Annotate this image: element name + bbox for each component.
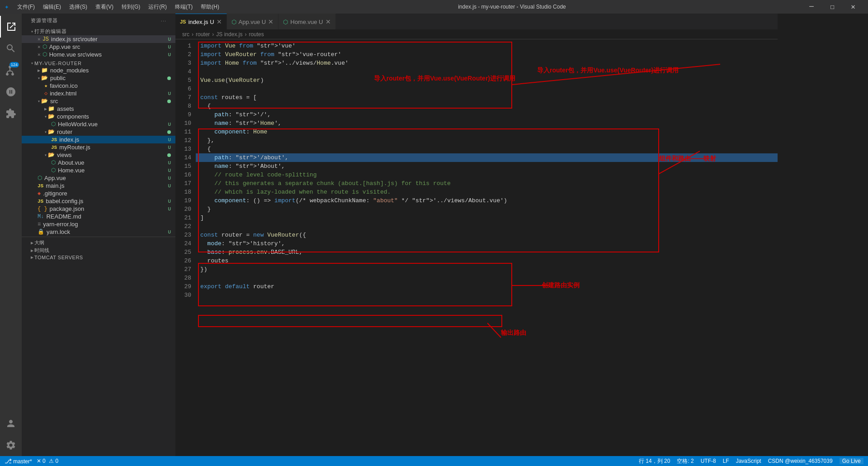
activity-bottom <box>0 413 22 456</box>
tab-close-appvue[interactable]: ✕ <box>268 18 274 25</box>
node-modules-chevron: ▶ <box>38 68 40 73</box>
menu-edit[interactable]: 编辑(E) <box>39 2 65 12</box>
yarnlock-label: yarn.lock <box>47 228 70 235</box>
sidebar-item-packagejson[interactable]: { } package.json U <box>22 205 175 213</box>
menu-goto[interactable]: 转到(G) <box>118 2 144 12</box>
node-modules-label: node_modules <box>50 67 89 74</box>
menu-file[interactable]: 文件(F) <box>14 2 38 12</box>
encoding-item[interactable]: UTF-8 <box>701 458 716 464</box>
tomcat-section[interactable]: ▶ TOMCAT SERVERS <box>22 254 175 261</box>
breadcrumb-file[interactable]: JS index.js <box>216 31 242 38</box>
sidebar-item-yarnlock[interactable]: 🔒 yarn.lock U <box>22 228 175 236</box>
sidebar-item-yarn-error[interactable]: ≡ yarn-error.log <box>22 220 175 228</box>
close-editor-icon3[interactable]: ✕ <box>38 52 41 57</box>
folder-icon-src: 📂 <box>41 98 48 105</box>
status-right: 行 14，列 20 空格: 2 UTF-8 LF JavaScript CSDN… <box>639 457 863 465</box>
project-root[interactable]: ▾ MY-VUE-ROUTER <box>22 60 175 67</box>
sidebar-item-gitignore[interactable]: ◈ .gitignore <box>22 190 175 197</box>
appvue-modified: U <box>168 176 171 181</box>
errors-item[interactable]: ✕ 0 ⚠ 0 <box>37 458 58 464</box>
sidebar-item-myrouter[interactable]: JS myRouter.js U <box>22 143 175 151</box>
tab-close-homevue[interactable]: ✕ <box>326 18 331 25</box>
sidebar-item-public[interactable]: ▾ 📂 public <box>22 74 175 82</box>
sidebar-item-components[interactable]: ▾ 📂 components <box>22 113 175 120</box>
sidebar-item-readme[interactable]: M↓ README.md <box>22 213 175 220</box>
sidebar-item-assets[interactable]: ▶ 📁 assets <box>22 105 175 113</box>
sidebar-item-node-modules[interactable]: ▶ 📁 node_modules <box>22 67 175 74</box>
file-icon-vue2: ⬡ <box>42 51 47 58</box>
sidebar-item-appvue[interactable]: ⬡ App.vue U <box>22 174 175 182</box>
tab-indexjs[interactable]: JS index.js U ✕ <box>175 14 227 29</box>
sidebar-item-indexjs[interactable]: JS index.js U <box>22 136 175 143</box>
timeline-section[interactable]: ▶ 时间线 <box>22 247 175 254</box>
sidebar-item-favicon[interactable]: ★ favicon.ico <box>22 82 175 90</box>
tab-close-indexjs[interactable]: ✕ <box>217 18 222 25</box>
activity-explorer[interactable] <box>0 16 22 38</box>
sidebar-item-router[interactable]: ▾ 📂 router <box>22 128 175 136</box>
git-icon: ⎇ <box>5 457 12 465</box>
menu-run[interactable]: 运行(R) <box>145 2 170 12</box>
aboutvue-label: About.vue <box>58 159 85 166</box>
router-label: router <box>57 128 72 135</box>
line-ending-item[interactable]: LF <box>723 458 729 464</box>
editor-area: JS index.js U ✕ ⬡ App.vue U ✕ ⬡ Home.vue… <box>175 14 778 456</box>
menu-select[interactable]: 选择(S) <box>66 2 91 12</box>
tab-appvue[interactable]: ⬡ App.vue U ✕ <box>227 14 279 29</box>
code-line-17: // this generates a separate chunk (abou… <box>196 179 778 188</box>
close-editor-icon2[interactable]: ✕ <box>38 44 41 50</box>
csdn-item[interactable]: CSDN @weixin_46357039 <box>768 458 833 464</box>
language-item[interactable]: JavaScript <box>736 458 761 464</box>
open-editor-appvue[interactable]: ✕ ⬡ App.vue src U <box>22 43 175 51</box>
activity-debug[interactable] <box>0 81 22 103</box>
breadcrumb-src[interactable]: src <box>182 31 189 38</box>
js-icon-indexjs: JS <box>51 137 57 143</box>
code-line-29: export default router <box>196 282 778 291</box>
code-line-15: name: "str">'About', <box>196 162 778 171</box>
sidebar-item-indexhtml[interactable]: ◇ index.html U <box>22 90 175 97</box>
open-editor-homevue[interactable]: ✕ ⬡ Home.vue src\views U <box>22 51 175 58</box>
sidebar-item-src[interactable]: ▾ 📂 src <box>22 97 175 105</box>
sidebar-item-aboutvue[interactable]: ⬡ About.vue U <box>22 159 175 166</box>
tomcat-label: TOMCAT SERVERS <box>34 255 83 260</box>
code-line-2: import VueRouter from "str">'vue-router' <box>196 50 778 59</box>
helloworld-label: HelloWorld.vue <box>58 121 98 128</box>
tabs-bar: JS index.js U ✕ ⬡ App.vue U ✕ ⬡ Home.vue… <box>175 14 778 29</box>
spaces-item[interactable]: 空格: 2 <box>677 457 693 465</box>
folder-icon-views: 📂 <box>48 152 55 158</box>
activity-scm[interactable]: 124 <box>0 59 22 81</box>
code-editor[interactable]: 1234567891011121314151617181920212223242… <box>175 39 778 456</box>
close-button[interactable]: ✕ <box>843 0 863 14</box>
packagejson-label: package.json <box>50 205 85 212</box>
activity-settings[interactable] <box>0 434 22 456</box>
sidebar-item-mainjs[interactable]: JS main.js U <box>22 182 175 190</box>
breadcrumb-symbol[interactable]: routes <box>249 31 264 38</box>
modified-badge-indexjs: U <box>168 37 171 42</box>
activity-extensions[interactable] <box>0 103 22 124</box>
sidebar-item-helloworld[interactable]: ⬡ HelloWorld.vue U <box>22 120 175 128</box>
code-content: 1234567891011121314151617181920212223242… <box>175 39 778 456</box>
close-editor-icon[interactable]: ✕ <box>38 36 41 42</box>
sidebar-item-views[interactable]: ▾ 📂 views <box>22 151 175 159</box>
outline-section[interactable]: ▶ 大纲 <box>22 239 175 247</box>
activity-search[interactable] <box>0 38 22 59</box>
tab-homevue[interactable]: ⬡ Home.vue U ✕ <box>278 14 335 29</box>
breadcrumb-router[interactable]: router <box>196 31 210 38</box>
activity-account[interactable] <box>0 413 22 434</box>
sidebar-item-babelconfig[interactable]: JS babel.config.js U <box>22 197 175 205</box>
menu-terminal[interactable]: 终端(T) <box>171 2 196 12</box>
minimize-button[interactable]: ─ <box>801 0 822 14</box>
mainjs-modified: U <box>168 183 171 189</box>
line-col-item[interactable]: 行 14，列 20 <box>639 457 670 465</box>
open-editor-indexjs[interactable]: ✕ JS index.js src\router U <box>22 35 175 43</box>
maximize-button[interactable]: ☐ <box>822 0 843 14</box>
menu-view[interactable]: 查看(V) <box>92 2 117 12</box>
sidebar-more-icon[interactable]: ··· <box>161 18 166 24</box>
sidebar-item-homevue-views[interactable]: ⬡ Home.vue U <box>22 166 175 174</box>
git-branch-item[interactable]: ⎇ master* <box>5 457 32 465</box>
log-icon: ≡ <box>38 221 41 228</box>
code-line-26: routes <box>196 257 778 265</box>
menu-help[interactable]: 帮助(H) <box>197 2 223 12</box>
code-line-27: }) <box>196 265 778 274</box>
open-editors-section[interactable]: ▾ 打开的编辑器 <box>22 28 175 35</box>
live-server-item[interactable]: Go Live <box>840 458 863 464</box>
